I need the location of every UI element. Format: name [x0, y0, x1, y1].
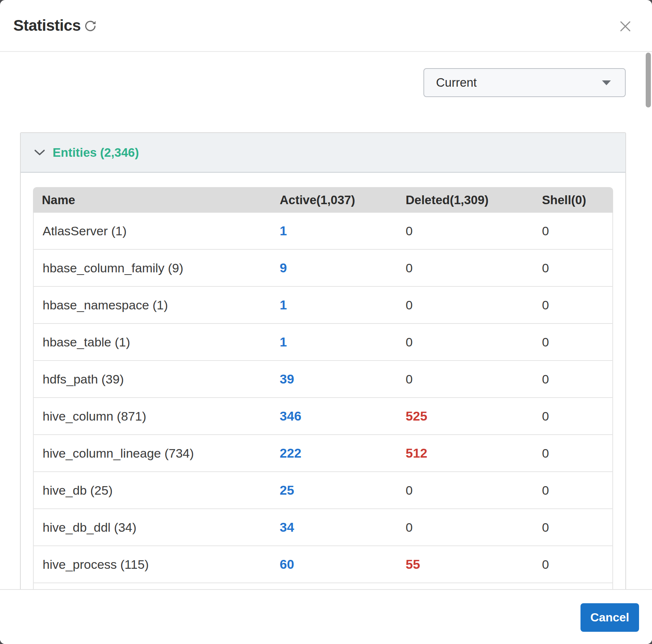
active-count: 1	[271, 213, 397, 250]
count-value: 0	[406, 261, 413, 275]
count-link[interactable]: 25	[280, 483, 294, 497]
count-value: 0	[542, 224, 549, 238]
count-link[interactable]: 512	[406, 446, 427, 460]
active-count: 1	[271, 324, 397, 361]
entities-section-title: Entities (2,346)	[53, 146, 139, 160]
column-header-active: Active(1,037)	[271, 187, 397, 213]
active-count: 25	[271, 472, 397, 509]
deleted-count: 0	[397, 250, 533, 287]
deleted-count: 0	[397, 472, 533, 509]
table-header-row: Name Active(1,037) Deleted(1,309) Shell(…	[33, 187, 613, 213]
entities-section-header[interactable]: Entities (2,346)	[21, 133, 625, 173]
table-row: hive_column (871)3465250	[33, 398, 613, 435]
active-count	[271, 583, 397, 589]
shell-count: 0	[533, 546, 613, 583]
refresh-button[interactable]	[84, 19, 99, 33]
modal-header: Statistics	[0, 0, 652, 52]
active-count: 222	[271, 435, 397, 472]
count-value: 0	[542, 409, 549, 423]
count-link[interactable]: 346	[280, 409, 301, 423]
entities-panel: Entities (2,346) Name Active(1,037) Dele…	[20, 132, 626, 589]
count-link[interactable]: 525	[406, 409, 427, 423]
deleted-count: 512	[397, 435, 533, 472]
entity-name: hbase_table (1)	[33, 324, 271, 361]
deleted-count: 525	[397, 398, 533, 435]
statistics-modal: Statistics Current	[0, 0, 652, 644]
entity-name: AtlasServer (1)	[33, 213, 271, 250]
deleted-count: 0	[397, 509, 533, 546]
count-link[interactable]: 34	[280, 520, 294, 534]
table-row: hbase_namespace (1)100	[33, 287, 613, 324]
count-link[interactable]: 1	[280, 298, 287, 312]
active-count: 1	[271, 287, 397, 324]
table-row: hive_db (25)2500	[33, 472, 613, 509]
count-link[interactable]: 1	[280, 223, 287, 238]
deleted-count: 0	[397, 213, 533, 250]
shell-count: 0	[533, 213, 613, 250]
vertical-scrollbar-thumb[interactable]	[646, 53, 651, 107]
shell-count: 0	[533, 398, 613, 435]
entity-name: hive_process (115)	[33, 546, 271, 583]
time-filter-dropdown[interactable]: Current	[423, 68, 626, 97]
entity-name: hbase_column_family (9)	[33, 250, 271, 287]
count-link[interactable]: 1	[280, 335, 287, 349]
table-row: AtlasServer (1)100	[33, 213, 613, 250]
shell-count	[533, 583, 613, 589]
table-row: hive_column_lineage (734)2225120	[33, 435, 613, 472]
shell-count: 0	[533, 509, 613, 546]
count-value: 0	[542, 520, 549, 534]
count-value: 0	[542, 261, 549, 275]
time-filter-value: Current	[424, 76, 602, 90]
count-link[interactable]: 222	[280, 446, 301, 460]
count-value: 0	[542, 335, 549, 349]
deleted-count: 55	[397, 546, 533, 583]
count-value: 0	[406, 372, 413, 386]
close-button[interactable]	[619, 19, 633, 33]
entity-name: hive_column (871)	[33, 398, 271, 435]
count-link[interactable]: 60	[280, 557, 294, 571]
count-value: 0	[542, 483, 549, 497]
active-count: 34	[271, 509, 397, 546]
column-header-shell: Shell(0)	[533, 187, 613, 213]
cancel-button[interactable]: Cancel	[581, 603, 639, 632]
deleted-count	[397, 583, 533, 589]
shell-count: 0	[533, 324, 613, 361]
column-header-name: Name	[33, 187, 271, 213]
entity-name: hive_db_ddl (34)	[33, 509, 271, 546]
count-value: 0	[406, 298, 413, 312]
entity-name: hbase_namespace (1)	[33, 287, 271, 324]
table-row: hive_process (115)60550	[33, 546, 613, 583]
page-title: Statistics	[13, 0, 81, 51]
count-value: 0	[542, 557, 549, 571]
count-value: 0	[542, 446, 549, 460]
deleted-count: 0	[397, 287, 533, 324]
entity-name	[33, 583, 271, 589]
count-value: 0	[406, 483, 413, 497]
count-link[interactable]: 39	[280, 372, 294, 386]
table-row: hbase_column_family (9)900	[33, 250, 613, 287]
table-row: hbase_table (1)100	[33, 324, 613, 361]
table-row	[33, 583, 613, 589]
shell-count: 0	[533, 472, 613, 509]
deleted-count: 0	[397, 324, 533, 361]
count-value: 0	[542, 372, 549, 386]
active-count: 346	[271, 398, 397, 435]
entities-table: Name Active(1,037) Deleted(1,309) Shell(…	[33, 187, 613, 589]
table-row: hive_db_ddl (34)3400	[33, 509, 613, 546]
count-link[interactable]: 9	[280, 260, 287, 275]
count-value: 0	[406, 224, 413, 238]
modal-footer: Cancel	[0, 589, 652, 644]
count-link[interactable]: 55	[406, 557, 420, 571]
entity-name: hive_column_lineage (734)	[33, 435, 271, 472]
entities-panel-body: Name Active(1,037) Deleted(1,309) Shell(…	[21, 173, 625, 589]
caret-down-icon	[602, 80, 611, 85]
entity-name: hive_db (25)	[33, 472, 271, 509]
shell-count: 0	[533, 287, 613, 324]
column-header-deleted: Deleted(1,309)	[397, 187, 533, 213]
table-row: hdfs_path (39)3900	[33, 361, 613, 398]
entity-name: hdfs_path (39)	[33, 361, 271, 398]
shell-count: 0	[533, 361, 613, 398]
count-value: 0	[406, 335, 413, 349]
count-value: 0	[542, 298, 549, 312]
shell-count: 0	[533, 250, 613, 287]
